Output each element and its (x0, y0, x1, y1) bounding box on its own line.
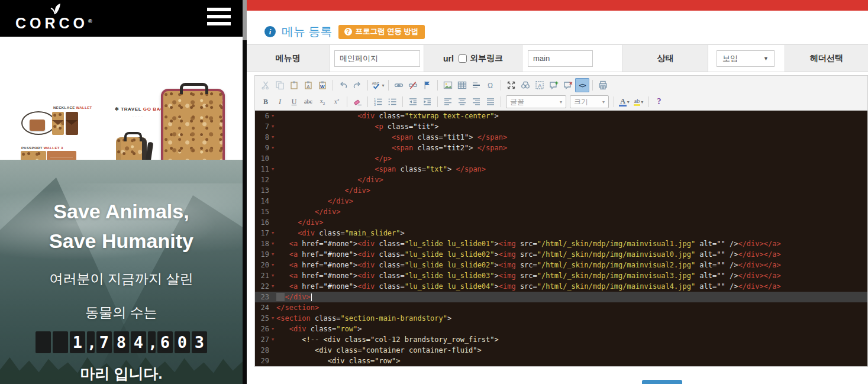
fold-arrow-icon[interactable]: ▼ (269, 143, 276, 153)
menu-form-row: 메뉴명 url 외부링크 상태 보임 ▼ 헤더선택 (247, 44, 868, 72)
italic-button[interactable]: I (273, 95, 287, 109)
fold-arrow-icon[interactable]: ▼ (269, 281, 276, 292)
menu-name-input[interactable] (334, 50, 420, 67)
subscript-button[interactable]: x2 (315, 95, 330, 109)
indent-button[interactable] (420, 95, 434, 109)
align-right-button[interactable] (469, 95, 483, 109)
cut-button[interactable] (259, 78, 273, 92)
font-dropdown[interactable]: 글꼴▾ (506, 95, 566, 108)
menu-icon[interactable] (207, 8, 231, 27)
table-button[interactable] (455, 78, 469, 92)
text-color-icon: A (619, 98, 627, 107)
fold-arrow-icon[interactable]: ▼ (269, 164, 276, 175)
url-label: url (443, 54, 454, 63)
save-button[interactable]: 저장하기 (642, 380, 682, 384)
status-select-value: 보임 (722, 53, 738, 64)
italic-icon: I (279, 98, 281, 105)
unlink-button[interactable] (406, 78, 420, 92)
line-number: 9 (255, 143, 269, 153)
svg-text:A: A (538, 83, 541, 89)
fold-arrow-icon[interactable]: ▼ (269, 132, 276, 143)
maximize-button[interactable] (504, 78, 518, 92)
redo-button[interactable] (350, 78, 364, 92)
paste-word-button[interactable]: W (315, 78, 330, 92)
fold-arrow-icon[interactable]: ▼ (269, 313, 276, 324)
url-label-cell: url 외부링크 (424, 45, 522, 72)
size-dropdown[interactable]: 크기▾ (570, 95, 609, 108)
spellcheck-button[interactable]: ABC▾ (371, 78, 385, 92)
cut-icon (261, 80, 270, 90)
fold-arrow-icon[interactable]: ▼ (269, 324, 276, 334)
counter-digit-box: 3 (192, 331, 207, 353)
unordered-list-button[interactable] (385, 95, 399, 109)
undo-button[interactable] (336, 78, 350, 92)
outdent-button[interactable] (406, 95, 420, 109)
status-select[interactable]: 보임 ▼ (717, 50, 775, 67)
special-char-button[interactable]: Ω (483, 78, 498, 92)
source-button[interactable]: <> (575, 78, 589, 92)
code-line: 12 </div> (255, 175, 867, 185)
registered-mark: ® (88, 18, 96, 24)
url-input[interactable] (528, 50, 593, 67)
program-link-help-button[interactable]: ? 프로그램 연동 방법 (338, 25, 425, 39)
print-button[interactable] (596, 78, 610, 92)
find-button[interactable] (518, 78, 533, 92)
counter-digit-box (53, 331, 68, 353)
counter-digit-box: 4 (131, 331, 146, 353)
comment-remove-button[interactable] (561, 78, 575, 92)
fold-spacer (269, 175, 276, 185)
code-text: <span class="txt"> </span> (276, 164, 867, 175)
fold-arrow-icon[interactable]: ▼ (269, 121, 276, 132)
comment-add-icon (549, 80, 559, 90)
comment-add-button[interactable] (547, 78, 561, 92)
text-color-button[interactable]: A▾ (617, 95, 631, 109)
redo-icon (353, 80, 362, 90)
align-justify-button[interactable] (483, 95, 498, 109)
external-link-checkbox[interactable] (459, 54, 467, 63)
print-icon (598, 80, 608, 90)
select-all-button[interactable]: A (533, 78, 547, 92)
line-number: 19 (255, 249, 269, 260)
fold-arrow-icon[interactable]: ▼ (269, 334, 276, 345)
fold-arrow-icon[interactable]: ▼ (269, 249, 276, 260)
bold-icon: B (263, 98, 268, 105)
source-code-editor[interactable]: 6▼ <div class="txtwrap text-center">7▼ <… (255, 111, 867, 366)
fold-spacer (269, 345, 276, 356)
preview-scrollbar[interactable] (243, 0, 247, 384)
paste-button[interactable] (287, 78, 301, 92)
fold-arrow-icon[interactable]: ▼ (269, 228, 276, 238)
code-line: 17▼ <div class="main_slider"> (255, 228, 867, 238)
about-button[interactable]: ? (652, 95, 666, 109)
ordered-list-icon: 123 (373, 97, 383, 107)
paste-text-button[interactable]: A (301, 78, 315, 92)
code-text: </div> (276, 217, 867, 228)
toolbar-separator (347, 96, 347, 107)
link-button[interactable] (392, 78, 406, 92)
image-button[interactable] (441, 78, 455, 92)
bg-color-button[interactable]: ab▾ (631, 95, 646, 109)
underline-button[interactable]: U (287, 95, 301, 109)
fold-arrow-icon[interactable]: ▼ (269, 260, 276, 270)
copy-button[interactable] (273, 78, 287, 92)
code-text: </p> (276, 153, 867, 164)
horizontal-line-button[interactable] (469, 78, 483, 92)
anchor-button[interactable] (420, 78, 434, 92)
align-center-button[interactable] (455, 95, 469, 109)
line-number: 21 (255, 270, 269, 281)
text-cursor (311, 293, 312, 301)
counter-digit-box: 6 (157, 331, 173, 353)
preview-scrollbar-thumb[interactable] (243, 0, 247, 40)
fold-arrow-icon[interactable]: ▼ (269, 238, 276, 249)
align-left-button[interactable] (441, 95, 455, 109)
bold-button[interactable]: B (259, 95, 273, 109)
code-text: <span class="tit1"> </span> (276, 132, 867, 143)
corco-logo: CORCO® (15, 2, 96, 31)
superscript-button[interactable]: x2 (330, 95, 344, 109)
fold-arrow-icon[interactable]: ▼ (269, 270, 276, 281)
counter-digit-box: 7 (96, 331, 112, 353)
remove-format-button[interactable] (350, 95, 364, 109)
ordered-list-button[interactable]: 123 (371, 95, 385, 109)
fold-arrow-icon[interactable]: ▼ (269, 111, 276, 121)
cork-wallet-image (52, 112, 64, 135)
strikethrough-button[interactable]: abc (301, 95, 315, 109)
